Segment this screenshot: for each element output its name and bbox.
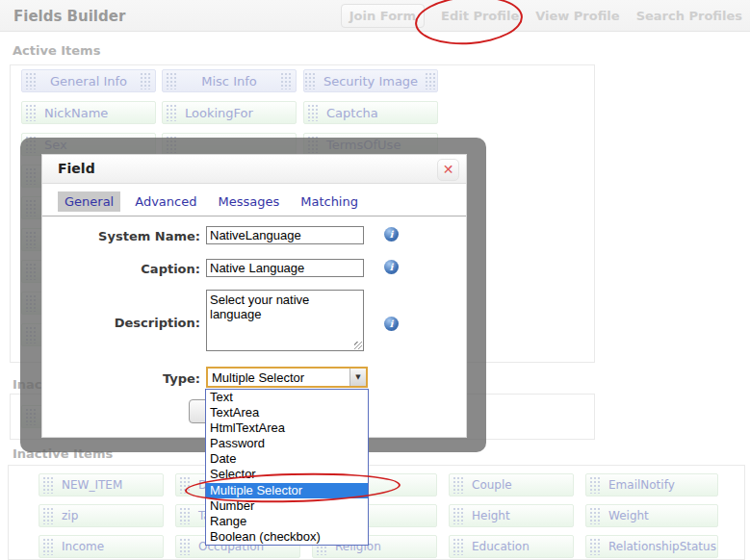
system-name-input[interactable]: [206, 226, 364, 244]
tabs-divider: [42, 216, 466, 216]
field-item-label: RelationshipStatus: [605, 540, 720, 553]
system-name-label: System Name:: [42, 229, 200, 243]
field-item-label: NEW_ITEM: [58, 478, 126, 492]
dropdown-option[interactable]: Password: [206, 436, 368, 451]
field-item-label: zip: [58, 509, 82, 522]
info-glyph: i: [390, 318, 394, 329]
drag-handle-icon[interactable]: [307, 104, 320, 121]
field-item-label: General Info: [40, 74, 137, 89]
drag-handle-icon[interactable]: [42, 507, 55, 524]
field-item-label: EmailNotify: [605, 478, 679, 492]
dropdown-option[interactable]: Selector: [206, 467, 368, 482]
field-item-general-info[interactable]: General Info: [21, 69, 156, 92]
info-icon[interactable]: i: [384, 317, 399, 331]
dialog-titlebar[interactable]: Field: [42, 155, 466, 184]
field-item-captcha[interactable]: Captcha: [303, 101, 438, 124]
tab-matching[interactable]: Matching: [294, 191, 365, 212]
info-glyph: i: [390, 262, 394, 272]
drag-handle-icon[interactable]: [166, 72, 178, 89]
page: Fields Builder Join Form Edit Profile Vi…: [0, 0, 750, 560]
tab-general[interactable]: General: [58, 191, 120, 212]
dropdown-option[interactable]: Text: [206, 390, 368, 405]
drag-handle-icon[interactable]: [25, 104, 38, 121]
drag-handle-icon[interactable]: [589, 476, 602, 494]
drag-handle-icon[interactable]: [280, 72, 293, 89]
page-title: Fields Builder: [13, 8, 125, 25]
field-item-couple[interactable]: Couple: [449, 473, 574, 496]
field-item-weight[interactable]: Weight: [585, 504, 718, 527]
field-item-new-item[interactable]: NEW_ITEM: [39, 473, 164, 496]
drag-handle-icon[interactable]: [453, 476, 465, 494]
info-icon[interactable]: i: [384, 260, 399, 274]
field-item-relationshipstatus[interactable]: RelationshipStatus: [585, 535, 718, 558]
field-item-misc-info[interactable]: Misc Info: [162, 69, 297, 92]
field-item-label: Misc Info: [181, 74, 277, 89]
field-item-lookingfor[interactable]: LookingFor: [162, 101, 297, 124]
drag-handle-icon[interactable]: [304, 72, 317, 89]
field-item-label: Education: [468, 540, 533, 553]
drag-handle-icon[interactable]: [166, 104, 178, 121]
field-item-label: NickName: [40, 106, 112, 120]
drag-handle-icon[interactable]: [179, 476, 192, 494]
tab-messages[interactable]: Messages: [211, 191, 286, 212]
info-glyph: i: [390, 229, 394, 240]
top-nav: Join Form Edit Profile View Profile Sear…: [341, 0, 742, 32]
field-item-nickname[interactable]: NickName: [21, 101, 156, 124]
dropdown-option[interactable]: Date: [206, 451, 368, 467]
resize-grip-icon[interactable]: [354, 342, 362, 349]
chevron-down-icon: ▼: [355, 373, 360, 381]
app-header: Fields Builder Join Form Edit Profile Vi…: [0, 0, 750, 32]
drag-handle-icon[interactable]: [453, 538, 465, 555]
field-item-label: Height: [468, 509, 514, 522]
nav-view-profile[interactable]: View Profile: [535, 9, 619, 23]
field-item-security-image[interactable]: Security Image: [303, 69, 438, 92]
type-select[interactable]: Multiple Selector ▼: [206, 367, 368, 388]
drag-handle-icon[interactable]: [179, 538, 192, 555]
dropdown-option[interactable]: TextArea: [206, 405, 368, 420]
tab-advanced[interactable]: Advanced: [128, 191, 203, 212]
nav-search-profiles[interactable]: Search Profiles: [636, 9, 742, 23]
field-item-height[interactable]: Height: [449, 504, 574, 527]
dropdown-arrow-button[interactable]: ▼: [349, 369, 366, 386]
dropdown-option-selected[interactable]: Multiple Selector: [206, 483, 368, 498]
field-item-label: Security Image: [320, 74, 422, 89]
active-items-title: Active Items: [13, 43, 100, 58]
field-item-zip[interactable]: zip: [39, 504, 164, 527]
field-item-education[interactable]: Education: [449, 535, 574, 558]
field-item-label: Captcha: [323, 106, 382, 120]
drag-handle-icon[interactable]: [453, 507, 465, 524]
drag-handle-icon[interactable]: [179, 507, 192, 524]
field-item-emailnotify[interactable]: EmailNotify: [585, 473, 718, 496]
nav-edit-profile[interactable]: Edit Profile: [441, 9, 519, 23]
field-item-income[interactable]: Income: [39, 535, 164, 558]
drag-handle-icon[interactable]: [25, 72, 38, 89]
field-item-label: LookingFor: [181, 106, 257, 120]
dropdown-option[interactable]: Range: [206, 514, 368, 529]
drag-handle-icon[interactable]: [42, 476, 55, 494]
nav-join-form[interactable]: Join Form: [341, 4, 425, 28]
field-item-label: Income: [58, 540, 108, 553]
drag-handle-icon[interactable]: [425, 72, 437, 89]
dialog-title: Field: [58, 161, 95, 176]
description-textarea[interactable]: Select your native language: [206, 290, 364, 351]
dropdown-option[interactable]: HtmlTextArea: [206, 420, 368, 436]
info-icon[interactable]: i: [384, 227, 399, 242]
field-item-label: Couple: [468, 478, 516, 492]
drag-handle-icon[interactable]: [42, 538, 55, 555]
drag-handle-icon[interactable]: [589, 507, 602, 524]
dropdown-option[interactable]: Boolean (checkbox): [206, 529, 368, 545]
dropdown-option[interactable]: Number: [206, 498, 368, 514]
drag-handle-icon[interactable]: [140, 72, 152, 89]
dialog-tabs: General Advanced Messages Matching: [58, 191, 365, 212]
description-label: Description:: [42, 316, 200, 330]
close-icon: ✕: [443, 162, 454, 177]
type-select-value: Multiple Selector: [208, 370, 349, 385]
close-button[interactable]: ✕: [437, 159, 459, 181]
field-item-label: Weight: [605, 509, 653, 522]
type-dropdown-list: Text TextArea HtmlTextArea Password Date…: [205, 389, 369, 546]
type-label: Type:: [42, 371, 200, 386]
drag-handle-icon[interactable]: [589, 538, 602, 555]
caption-label: Caption:: [42, 262, 200, 276]
caption-input[interactable]: [206, 259, 364, 277]
